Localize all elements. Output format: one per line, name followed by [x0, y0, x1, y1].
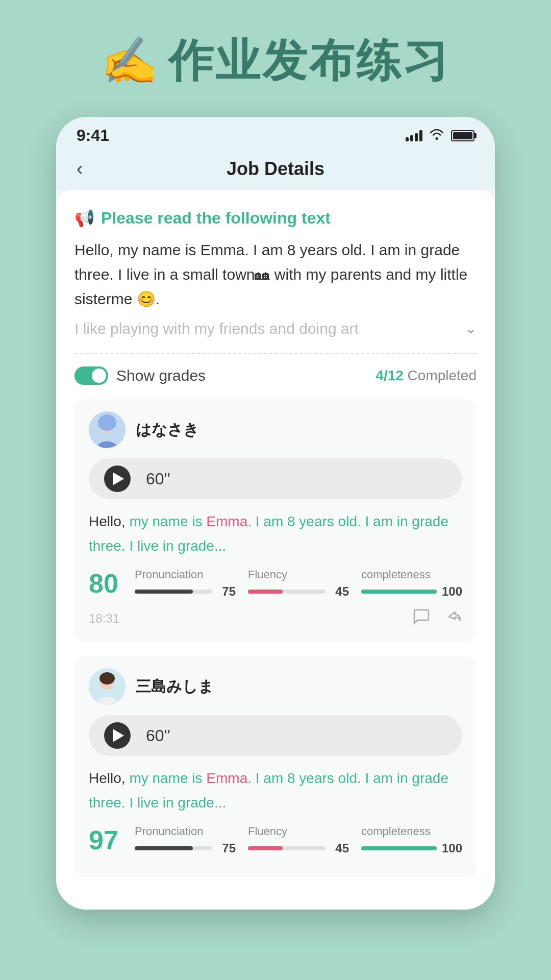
timestamp: 18:31	[89, 611, 119, 626]
pronunciation-metric: Pronunciation 75	[135, 825, 236, 855]
nav-title: Job Details	[227, 158, 324, 180]
student-header: はなさき	[89, 411, 462, 448]
audio-player[interactable]: 60''	[89, 715, 462, 756]
header-emoji: ✍️	[101, 34, 158, 88]
fluency-bar-row: 45	[248, 584, 349, 599]
action-icons	[412, 608, 462, 629]
comment-icon[interactable]	[412, 608, 430, 629]
share-icon[interactable]	[445, 608, 462, 629]
reading-faded-line: I like playing with my friends and doing…	[74, 316, 477, 341]
pronunciation-value: 75	[217, 584, 236, 599]
toggle-knob	[92, 369, 106, 383]
fluency-metric: Fluency 45	[248, 568, 349, 599]
completeness-bar-row: 100	[361, 841, 462, 855]
completeness-value: 100	[442, 841, 462, 855]
play-button[interactable]	[104, 722, 131, 749]
status-icons	[406, 129, 474, 143]
fluency-label: Fluency	[248, 568, 349, 581]
completeness-metric: completeness 100	[361, 568, 462, 599]
completeness-value: 100	[442, 584, 462, 599]
header-title: 作业发布练习	[168, 31, 450, 91]
toggle-row: Show grades	[74, 366, 206, 385]
fluency-bar	[248, 590, 325, 594]
status-bar-area: 9:41 ‹ Job Details	[56, 117, 495, 190]
overall-score: 97	[89, 825, 124, 855]
reading-header: 📢 Please read the following text	[74, 208, 477, 228]
signal-icon	[406, 130, 422, 141]
speaker-icon: 📢	[74, 208, 95, 228]
completeness-bar	[361, 590, 437, 594]
card-footer: 18:31	[89, 608, 462, 629]
avatar	[89, 411, 126, 448]
completed-status: 4/12 Completed	[375, 368, 477, 384]
play-button[interactable]	[104, 465, 131, 492]
fluency-label: Fluency	[248, 825, 349, 838]
pronunciation-bar-row: 75	[135, 584, 236, 599]
student-card: はなさき 60'' Hello, my name is Emma. I am 8…	[74, 399, 477, 642]
completeness-bar	[361, 846, 437, 850]
battery-icon	[451, 130, 474, 141]
score-metrics: Pronunciation 75 Fluency	[135, 568, 462, 599]
reading-label: Please read the following text	[101, 209, 331, 228]
status-time: 9:41	[77, 126, 109, 145]
pronunciation-bar	[135, 590, 212, 594]
avatar	[89, 668, 126, 705]
play-icon	[113, 472, 124, 485]
svg-point-5	[99, 672, 115, 684]
play-icon	[113, 729, 124, 742]
fluency-value: 45	[331, 841, 349, 855]
completeness-label: completeness	[361, 825, 462, 838]
pronunciation-label: Pronunciation	[135, 825, 236, 838]
completeness-label: completeness	[361, 568, 462, 581]
audio-duration: 60''	[146, 470, 170, 488]
content-area: 📢 Please read the following text Hello, …	[56, 190, 495, 910]
audio-duration: 60''	[146, 726, 170, 745]
overall-score: 80	[89, 568, 124, 599]
section-divider	[74, 353, 477, 354]
pronunciation-label: Pronunciation	[135, 568, 236, 581]
reading-content: Hello, my name is Emma. I am 8 years old…	[74, 238, 477, 311]
student-card: 三島みしま 60'' Hello, my name is Emma. I am …	[74, 656, 477, 877]
fluency-bar-row: 45	[248, 841, 349, 855]
pronunciation-bar	[135, 846, 212, 850]
completeness-bar-row: 100	[361, 584, 462, 599]
student-header: 三島みしま	[89, 668, 462, 705]
toggle-label: Show grades	[116, 367, 206, 384]
fluency-value: 45	[331, 584, 349, 599]
fluency-metric: Fluency 45	[248, 825, 349, 855]
fluency-bar	[248, 846, 325, 850]
reading-section: 📢 Please read the following text Hello, …	[74, 208, 477, 341]
show-grades-toggle[interactable]	[74, 366, 108, 385]
completeness-metric: completeness 100	[361, 825, 462, 855]
pronunciation-metric: Pronunciation 75	[135, 568, 236, 599]
score-row: 97 Pronunciation 75 Fluency	[89, 825, 462, 855]
pronunciation-bar-row: 75	[135, 841, 236, 855]
grades-row: Show grades 4/12 Completed	[74, 366, 477, 385]
page-header: ✍️ 作业发布练习	[101, 31, 450, 91]
chevron-down-icon[interactable]: ⌄	[465, 317, 477, 340]
back-button[interactable]: ‹	[77, 158, 83, 180]
student-name: 三島みしま	[136, 676, 214, 697]
pronunciation-value: 75	[217, 841, 236, 855]
phone-frame: 9:41 ‹ Job Details	[56, 117, 495, 910]
score-metrics: Pronunciation 75 Fluency	[135, 825, 462, 855]
audio-player[interactable]: 60''	[89, 458, 462, 499]
nav-bar: ‹ Job Details	[56, 150, 495, 190]
student-name: はなさき	[136, 420, 199, 440]
status-bar: 9:41	[56, 117, 495, 150]
transcript: Hello, my name is Emma. I am 8 years old…	[89, 509, 462, 558]
transcript: Hello, my name is Emma. I am 8 years old…	[89, 766, 462, 815]
score-row: 80 Pronunciation 75 Fluency	[89, 568, 462, 599]
wifi-icon	[430, 129, 444, 143]
